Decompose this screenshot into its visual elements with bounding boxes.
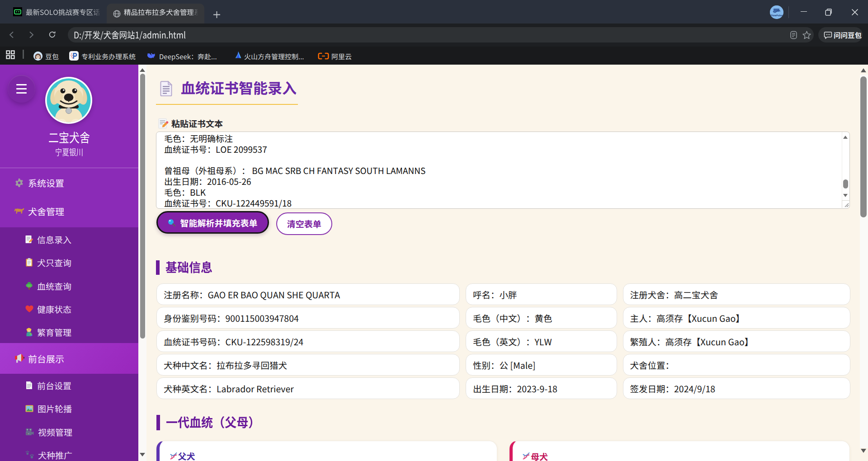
svg-text:FlowPulse: FlowPulse [771,14,783,17]
